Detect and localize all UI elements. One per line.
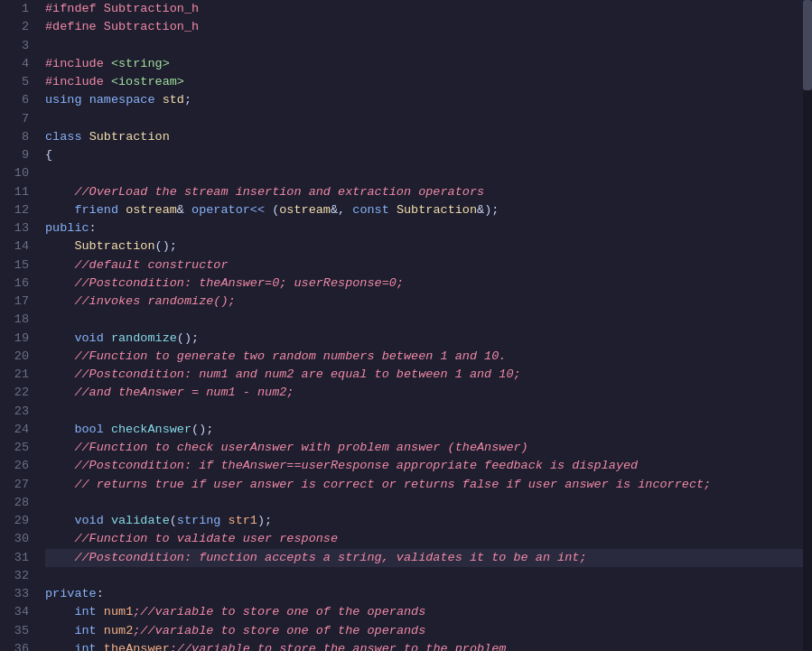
code-line: void validate(string str1); [45,512,811,530]
token: //Postcondition: function accepts a stri… [45,551,587,564]
code-line: //Postcondition: if theAnswer==userRespo… [45,457,811,475]
token: ( [170,514,177,527]
line-number: 18 [0,311,29,329]
line-number: 12 [0,201,29,219]
token [220,514,228,527]
token: randomize [111,331,177,345]
token [45,642,74,651]
token: class [45,130,82,144]
code-line: //Function to generate two random number… [45,348,811,366]
token: ( [265,203,279,217]
code-line: int theAnswer;//variable to store the an… [45,640,811,651]
code-line [45,403,811,421]
code-line [45,110,811,128]
token: & [177,203,191,217]
token: int [74,642,96,651]
token: //and theAnswer = num1 - num2; [45,386,294,399]
token: using [45,93,82,107]
line-number: 8 [0,128,29,146]
line-number: 3 [0,37,29,55]
token: //default constructor [45,258,229,272]
line-number: 20 [0,348,29,366]
line-number: 21 [0,366,29,384]
token: ;//variable to store the answer to the p… [170,642,507,651]
token: <iostream> [111,75,184,88]
scrollbar-thumb[interactable] [803,0,812,90]
token [82,93,89,107]
token: public [45,221,89,235]
line-number: 11 [0,183,29,201]
line-number: 6 [0,91,29,109]
code-line: using namespace std; [45,91,811,109]
token: #include [45,57,111,70]
token: ;//variable to store one of the operands [133,605,425,618]
code-line [45,567,811,585]
code-line [45,311,811,329]
code-line: friend ostream& operator<< (ostream&, co… [45,201,811,219]
token [104,514,111,527]
line-number: 32 [0,567,29,585]
line-number: 19 [0,330,29,348]
line-number: 4 [0,55,29,73]
token: { [45,148,52,162]
line-numbers: 1234567891011121314151617181920212223242… [0,0,36,651]
code-line: //Postcondition: theAnswer=0; userRespon… [45,274,811,293]
token: const [352,203,389,217]
line-number: 27 [0,476,29,494]
code-line: #include <iostream> [45,73,811,91]
editor-container: 1234567891011121314151617181920212223242… [0,0,812,651]
token: int [74,605,96,618]
token: #ifndef Subtraction_h [45,2,199,15]
scrollbar-track[interactable] [803,0,812,651]
line-number: 5 [0,73,29,91]
code-line: bool checkAnswer(); [45,421,811,439]
code-line: //invokes randomize(); [45,293,811,311]
token: //Function to check userAnswer with prob… [45,441,528,454]
token [104,423,111,436]
token: //OverLoad the stream insertion and extr… [45,185,484,199]
token: operator<< [191,203,265,217]
token: ;//variable to store one of the operands [133,624,425,637]
line-number: 29 [0,512,29,530]
token [45,514,74,527]
token: int [74,624,96,637]
line-number: 22 [0,384,29,402]
line-number: 28 [0,494,29,512]
token: string [177,514,221,527]
token: //Postcondition: theAnswer=0; userRespon… [45,276,404,290]
code-line: int num1;//variable to store one of the … [45,603,811,621]
line-number: 16 [0,274,29,293]
token [45,605,74,618]
token: //Postcondition: if theAnswer==userRespo… [45,459,638,472]
token [97,605,104,618]
token [97,642,104,651]
token: : [97,587,104,600]
line-number: 30 [0,530,29,548]
code-line: //OverLoad the stream insertion and extr… [45,183,811,201]
line-number: 31 [0,549,29,567]
code-line: //default constructor [45,256,811,274]
line-number: 26 [0,457,29,475]
code-line: void randomize(); [45,330,811,348]
token: checkAnswer [111,423,191,436]
token: (); [191,423,213,436]
code-line [45,37,811,55]
token: Subtraction [397,203,477,217]
token: // returns true if user answer is correc… [45,478,711,491]
code-area[interactable]: #ifndef Subtraction_h#define Subtraction… [36,0,812,651]
token: : [89,221,97,235]
token: std [163,93,184,107]
line-number: 1 [0,0,29,18]
code-line: //Postcondition: function accepts a stri… [45,549,811,567]
token: friend [74,203,118,217]
token: num1 [104,605,133,618]
code-line: #include <string> [45,55,811,73]
token: ostream [279,203,331,217]
code-line: //Function to validate user response [45,530,811,548]
line-number: 2 [0,18,29,36]
token [104,331,111,345]
code-line [45,494,811,512]
code-line: #ifndef Subtraction_h [45,0,811,18]
line-number: 24 [0,421,29,439]
token: &); [477,203,499,217]
